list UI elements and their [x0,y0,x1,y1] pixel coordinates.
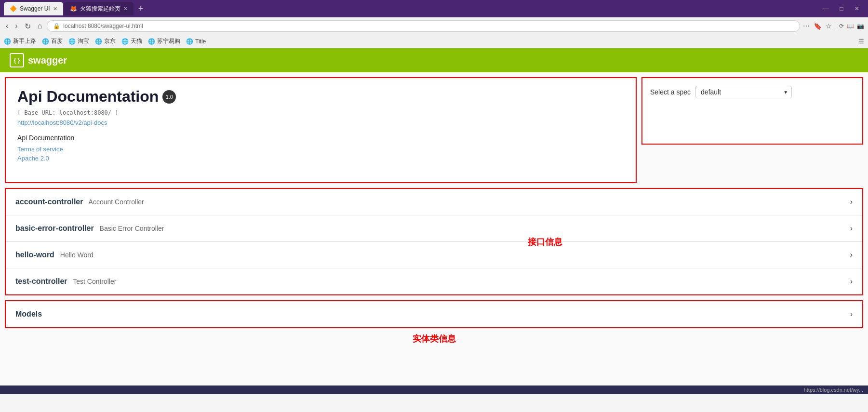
api-title: Api Documentation 1.0 [17,88,624,106]
bookmark-xinshoulù[interactable]: 🌐 新手上路 [4,37,36,45]
bookmark-taobao[interactable]: 🌐 淘宝 [68,37,89,45]
models-title: Models [15,310,42,319]
bookmark-icon: 🌐 [148,38,155,45]
spec-select[interactable]: default [695,86,792,98]
api-description: Api Documentation [17,134,624,142]
expand-icon: › [850,251,853,259]
footer-bar: https://blog.csdn.net/wy... [0,385,868,394]
select-spec-label: Select a spec [650,88,691,96]
models-item[interactable]: Models › [6,301,862,327]
models-section: Models › [5,300,863,328]
spec-selector-inner: Select a spec default [650,86,855,98]
swagger-logo-text: swagger [28,55,67,66]
bookmark-baidu[interactable]: 🌐 百度 [42,37,63,45]
models-section-wrapper: Models › 实体类信息 [0,300,868,345]
minimize-button[interactable]: — [819,4,833,13]
controller-info: basic-error-controller Basic Error Contr… [15,224,164,233]
bookmark-icon: 🌐 [4,38,11,45]
tab-label: 火狐搜索起始页 [80,5,120,13]
controller-desc: Hello Word [60,251,93,259]
bookmark-icon: 🌐 [186,38,193,45]
tab-icon: 🔶 [10,5,17,12]
controllers-section: account-controller Account Controller › … [5,188,863,295]
reader-icon: 📖 [847,23,854,29]
forward-button[interactable]: › [13,21,19,31]
controller-info: test-controller Test Controller [15,277,116,286]
bookmark-icon: 🌐 [121,38,129,45]
controller-name: account-controller [15,198,83,206]
sync-icon: ⟳ [839,23,844,29]
controller-name: test-controller [15,277,67,285]
tab-close-btn[interactable]: ✕ [53,6,57,12]
controller-info: account-controller Account Controller [15,198,144,206]
bookmark-icon: 🌐 [42,38,49,45]
swagger-header: { } swagger [0,48,868,72]
api-docs-link[interactable]: http://localhost:8080/v2/api-docs [17,119,624,126]
controller-desc: Basic Error Controller [100,225,164,232]
tab-icon: 🦊 [70,5,77,12]
swagger-logo-icon: { } [10,53,24,67]
address-bar[interactable]: 🔒 localhost:8080/swagger-ui.html [47,20,800,32]
bookmarks-bar: 🌐 新手上路 🌐 百度 🌐 淘宝 🌐 京东 🌐 天猫 🌐 苏宁易购 🌐 Titl… [0,35,868,48]
back-button[interactable]: ‹ [4,21,10,31]
reload-button[interactable]: ↻ [23,21,33,32]
bookmark-title[interactable]: 🌐 Title [186,38,206,45]
base-url: [ Base URL: localhost:8080/ ] [17,109,624,116]
home-button[interactable]: ⌂ [36,21,44,31]
version-badge: 1.0 [162,90,176,104]
footer-url: https://blog.csdn.net/wy... [804,387,863,393]
top-row: Api Documentation 1.0 [ Base URL: localh… [0,72,868,183]
expand-icon: › [850,277,853,286]
controller-item-basic-error[interactable]: basic-error-controller Basic Error Contr… [6,215,862,242]
bookmark-suning[interactable]: 🌐 苏宁易购 [148,37,180,45]
controllers-label: 接口信息 [528,236,562,248]
controller-info: hello-word Hello Word [15,251,93,259]
bookmark-tianmao[interactable]: 🌐 天猫 [121,37,142,45]
swagger-info-box: Api Documentation 1.0 [ Base URL: localh… [5,77,637,183]
expand-icon: › [850,310,853,319]
security-icon: 🔒 [53,23,60,29]
close-button[interactable]: ✕ [850,4,864,13]
tab-close-btn[interactable]: ✕ [123,6,128,12]
tab-swagger-ui[interactable]: 🔶 Swagger UI ✕ [4,2,63,15]
maximize-button[interactable]: □ [834,4,849,13]
controller-item-account[interactable]: account-controller Account Controller › [6,189,862,215]
swagger-logo: { } swagger [10,53,67,67]
terms-of-service-link[interactable]: Terms of service [17,146,624,153]
new-tab-button[interactable]: + [134,4,147,14]
bookmark-icon: 🌐 [68,38,76,45]
tab-label: Swagger UI [20,5,50,12]
controller-item-hello-word[interactable]: hello-word Hello Word › [6,242,862,268]
spec-selector-box: Select a spec default [641,77,863,145]
controller-item-test[interactable]: test-controller Test Controller › [6,268,862,294]
sidebar-icon[interactable]: ☰ [859,38,864,45]
expand-icon: › [850,224,853,233]
license-link[interactable]: Apache 2.0 [17,155,624,162]
controller-name: basic-error-controller [15,224,94,232]
star-button[interactable]: ☆ [826,22,832,30]
controller-desc: Account Controller [89,198,144,206]
camera-icon: 📷 [857,23,864,29]
menu-button[interactable]: ⋯ [803,22,810,30]
tab-firefox-home[interactable]: 🦊 火狐搜索起始页 ✕ [64,2,134,15]
controller-name: hello-word [15,251,54,259]
bookmark-jd[interactable]: 🌐 京东 [95,37,116,45]
address-text: localhost:8080/swagger-ui.html [63,23,143,29]
models-label: 实体类信息 [0,333,868,345]
expand-icon: › [850,198,853,206]
spec-select-wrapper: default [695,86,792,98]
controller-desc: Test Controller [73,278,116,285]
bookmark-button[interactable]: 🔖 [814,22,822,30]
bookmark-icon: 🌐 [95,38,102,45]
page-content: { } swagger Api Documentation 1.0 [ Base… [0,48,868,385]
